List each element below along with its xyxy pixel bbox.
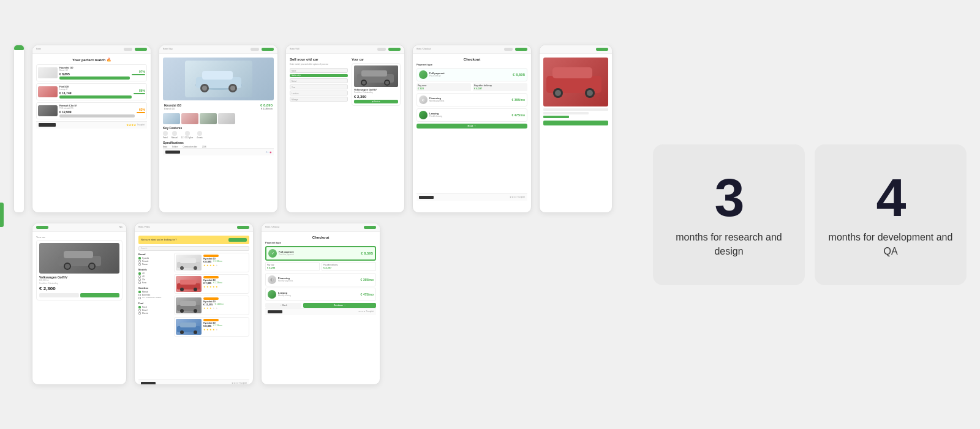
result-badge-2 (203, 276, 219, 278)
small-action-2[interactable] (80, 293, 120, 297)
financing-info: Financing Monthly payments (429, 97, 510, 102)
svg-rect-34 (180, 301, 196, 306)
model-checkbox-i10[interactable] (138, 272, 141, 275)
back-btn[interactable]: ← Back (265, 303, 301, 308)
list-item[interactable]: Hyundai i10 € 7,895 € 119/mo ★★★★★ (174, 274, 249, 294)
stat-number-2: 4 (876, 171, 905, 225)
filter-results: Hyundai i10 € 8,895 € 119/mo ★★★★★ (174, 253, 249, 379)
leasing-option[interactable]: Leasing Flexible leasing € 475/mo (417, 108, 527, 122)
brand-checkbox-nissan[interactable] (138, 263, 141, 266)
specs-row: Petrol Manual 111 CO2 g/km 4 seats (163, 131, 274, 139)
filter-search-btn[interactable] (228, 238, 247, 242)
small-action-1[interactable] (39, 293, 79, 297)
screen-b3-content: Checkout Payment type ✓ Full payment One… (262, 232, 380, 384)
field-year[interactable]: Year (290, 84, 348, 89)
pay-now-option[interactable]: Pay now € 328 (417, 83, 471, 91)
model-checkbox-kona[interactable] (138, 282, 141, 284)
bottom-row: Nav Your car (13, 223, 638, 385)
star-icon-1: ★★★★ (126, 123, 136, 127)
screen-1-title: Your perfect match 🔥 (36, 58, 147, 62)
screen-5-content (540, 54, 612, 212)
list-item[interactable]: Hyundai i10 € 11,595 € 119/mo ★★★★★ (174, 296, 249, 315)
financing-option[interactable]: ◐ Financing Monthly payments € 365/mo (417, 93, 527, 106)
nav-cta-4 (515, 48, 527, 51)
fuel-checkbox-petrol[interactable] (138, 306, 141, 308)
footer-strip-b3: ★★★★ Trustpilot (265, 308, 376, 315)
spec-edition: Edition (172, 146, 178, 148)
car-sub-2: Lounge i2 (59, 88, 132, 91)
field-mileage[interactable]: Mileage (290, 97, 348, 102)
result-monthly-2: € 119/mo (213, 282, 222, 285)
list-item[interactable]: Hyundai i10 € 8,895 € 119/mo ★★★★★ (174, 253, 249, 272)
field-make[interactable]: Make (290, 68, 348, 73)
next-btn-2[interactable]: Continue → (303, 303, 376, 308)
filter-banner: Not sure what you're looking for? (138, 236, 249, 244)
sell-action-btn[interactable]: ▶ Service (354, 100, 398, 103)
partial-screen-left (13, 45, 24, 213)
model-checkbox-clio[interactable] (138, 278, 141, 281)
footer-text-b3: ★★★★ Trustpilot (358, 310, 374, 313)
screen-detail: Home / Buy (159, 45, 278, 213)
financing-price: € 365/mo (512, 98, 525, 102)
car-cta-1[interactable] (59, 76, 130, 80)
result-car-img-2 (176, 276, 202, 292)
payment-section: Checkout Payment type Full payment Pay i… (417, 58, 527, 193)
field-location[interactable]: Location (290, 91, 348, 95)
leasing-2[interactable]: Leasing Monthly leasing € 475/mo (265, 288, 376, 301)
spec-co2-label: 111 CO2 g/km (181, 136, 193, 139)
result-stars-2: ★★★★★ (203, 285, 247, 288)
full-payment-option[interactable]: Full payment Pay in one go € 8,595 (417, 68, 527, 81)
result-car-svg-3 (176, 297, 202, 313)
car-price-1: € 8,895 (59, 72, 130, 76)
brand-label-renault: Renault (142, 260, 148, 263)
result-car-info-3: Hyundai i10 € 11,595 € 119/mo ★★★★★ (203, 297, 247, 313)
gearbox-checkbox-auto[interactable] (138, 294, 141, 296)
brand-checkbox-hyundai[interactable] (138, 257, 141, 259)
list-item[interactable]: Hyundai i10 € 8,895 € 119/mo ★★★★★ (174, 317, 249, 337)
brand-checkbox-renault[interactable] (138, 260, 141, 263)
footer-logo-1 (39, 123, 56, 127)
pay-after-2[interactable]: Pay after delivery € 4,297 (322, 262, 376, 271)
partial-green-bar (14, 45, 24, 50)
svg-point-18 (587, 90, 593, 96)
main-container: Home Your perfect match 🔥 Hyundai i10 (0, 0, 980, 429)
pay-now-2[interactable]: Pay now € 4,298 (265, 262, 320, 271)
full-payment-selected[interactable]: ✓ Full payment One time payment € 8,595 (265, 246, 376, 261)
fuel-checkbox-electric[interactable] (138, 312, 141, 315)
car-cta-3[interactable] (59, 114, 135, 118)
car-cta-2[interactable] (59, 95, 132, 99)
car-info-fiat: Fiat 500 Lounge i2 € 11,749 (59, 85, 132, 99)
financing-2[interactable]: ◐ Financing Monthly payments € 365/mo (265, 273, 376, 286)
full-payment-info-2: Full payment One time payment (279, 250, 359, 256)
partial-price (543, 116, 569, 118)
result-badge-1 (203, 255, 219, 257)
pay-now-price: € 328 (418, 87, 470, 90)
thumb-3 (200, 113, 217, 124)
gearbox-checkbox-cvt[interactable] (138, 297, 141, 299)
nav-bar-b2: Home / Filters (135, 223, 253, 232)
car-thumbnails (163, 113, 274, 124)
svg-rect-8 (361, 70, 387, 76)
result-price-4: € 8,895 (203, 324, 211, 327)
full-payment-row-2: ✓ Full payment One time payment € 8,595 (268, 249, 373, 258)
pay-after-option[interactable]: Pay after delivery € 4,597 (473, 83, 527, 91)
partial-btn[interactable] (543, 121, 608, 125)
search-bar-filter[interactable]: Search... (138, 246, 249, 251)
result-car-svg-1 (176, 255, 202, 270)
gearbox-checkbox-manual[interactable] (138, 291, 141, 293)
car-large-img (185, 61, 252, 97)
result-prices-1: € 8,895 € 119/mo (203, 260, 247, 263)
model-checkbox-i20[interactable] (138, 275, 141, 278)
fuel-checkbox-diesel[interactable] (138, 309, 141, 311)
result-monthly-1: € 119/mo (213, 260, 222, 263)
car-bar-2 (134, 93, 145, 94)
field-model[interactable]: Model (290, 78, 348, 83)
next-button[interactable]: Next → (417, 124, 527, 129)
price-section: Hyundai i10 Brand i10 € 8,895 € 119/mon (163, 102, 274, 111)
field-year-label: Year (290, 85, 347, 90)
next-label: Next → (468, 124, 477, 127)
your-car-label: Your car (352, 58, 401, 61)
leasing-row: Leasing Flexible leasing € 475/mo (419, 111, 525, 119)
footer-social: f t ◉ (266, 151, 271, 154)
svg-point-6 (230, 86, 235, 91)
